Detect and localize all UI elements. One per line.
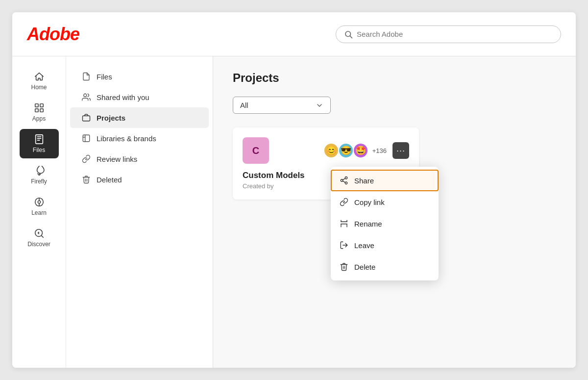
chevron-down-icon	[316, 101, 323, 109]
discover-icon	[34, 228, 45, 239]
card-avatars: 😊 😎 🤩 +136 ···	[323, 142, 409, 159]
sidebar-item-files[interactable]: Files	[20, 129, 59, 158]
svg-rect-6	[35, 135, 43, 144]
svg-line-23	[343, 181, 345, 182]
sidebar-item-discover-label: Discover	[27, 241, 50, 248]
svg-rect-5	[40, 109, 43, 112]
file-icon	[82, 72, 91, 81]
avatar-2: 😎	[338, 143, 354, 158]
svg-rect-4	[35, 109, 38, 112]
context-menu-rename-label: Rename	[354, 220, 382, 228]
avatar-count: +136	[372, 147, 387, 154]
avatar-3: 🤩	[353, 143, 368, 158]
context-menu-rename[interactable]: Rename	[331, 213, 439, 234]
menu-item-projects[interactable]: Projects	[70, 107, 209, 128]
sidebar-item-files-label: Files	[33, 147, 45, 153]
icon-sidebar: Home Apps Files Firefly	[12, 56, 66, 368]
menu-item-libraries-label: Libraries & brands	[97, 134, 156, 143]
menu-item-files[interactable]: Files	[70, 66, 209, 87]
search-bar[interactable]	[336, 25, 561, 43]
leave-icon	[340, 241, 348, 250]
context-menu-delete-label: Delete	[354, 263, 375, 271]
delete-icon	[340, 262, 348, 271]
main-panel: Projects All C 😊	[213, 56, 576, 368]
adobe-logo: Adobe	[27, 24, 79, 45]
copy-link-icon	[340, 198, 348, 206]
svg-line-1	[350, 36, 352, 38]
menu-item-files-label: Files	[97, 73, 112, 81]
svg-line-24	[343, 178, 345, 180]
menu-item-shared[interactable]: Shared with you	[70, 87, 209, 107]
menu-item-shared-label: Shared with you	[97, 93, 149, 101]
filter-value: All	[240, 101, 248, 109]
sidebar-item-firefly-label: Firefly	[31, 178, 47, 185]
shared-icon	[82, 93, 91, 101]
context-menu-delete[interactable]: Delete	[331, 256, 439, 278]
svg-point-15	[84, 94, 87, 97]
more-options-button[interactable]: ···	[392, 142, 409, 159]
sidebar-item-discover[interactable]: Discover	[20, 223, 59, 253]
context-menu-leave[interactable]: Leave	[331, 234, 439, 256]
learn-icon	[34, 197, 45, 207]
project-card: C 😊 😎 🤩 +136 ···	[233, 127, 419, 200]
sidebar-item-learn-label: Learn	[31, 209, 47, 216]
projects-icon	[82, 113, 91, 122]
context-menu-share[interactable]: Share	[331, 170, 439, 191]
app-frame: Adobe Home Apps	[12, 12, 576, 368]
context-menu-share-label: Share	[354, 177, 374, 185]
card-top-row: C 😊 😎 🤩 +136 ···	[243, 137, 409, 164]
context-menu-copy-link[interactable]: Copy link	[331, 191, 439, 213]
svg-point-8	[38, 201, 41, 203]
filter-dropdown[interactable]: All	[233, 97, 331, 114]
menu-item-review[interactable]: Review links	[70, 149, 209, 169]
secondary-sidebar: Files Shared with you Projects	[66, 56, 213, 368]
avatar-1: 😊	[323, 143, 339, 158]
rename-icon	[340, 219, 348, 228]
main-content: Home Apps Files Firefly	[12, 56, 576, 368]
libraries-icon	[82, 134, 91, 143]
search-icon	[344, 30, 353, 39]
svg-rect-17	[83, 135, 90, 142]
review-icon	[82, 154, 91, 163]
svg-rect-16	[83, 116, 90, 121]
menu-item-review-label: Review links	[97, 155, 137, 163]
svg-rect-3	[40, 104, 43, 107]
apps-icon	[34, 102, 45, 113]
sidebar-item-apps[interactable]: Apps	[20, 98, 59, 127]
svg-rect-2	[35, 104, 38, 107]
menu-item-projects-label: Projects	[97, 114, 125, 122]
topbar: Adobe	[12, 12, 576, 56]
search-input[interactable]	[357, 30, 553, 38]
files-icon	[34, 134, 45, 145]
menu-item-libraries[interactable]: Libraries & brands	[70, 128, 209, 149]
sidebar-item-firefly[interactable]: Firefly	[20, 160, 59, 190]
context-menu: Share Copy link Rename	[331, 167, 439, 280]
page-title: Projects	[233, 71, 556, 85]
context-menu-copy-link-label: Copy link	[354, 198, 385, 206]
firefly-icon	[34, 165, 45, 176]
svg-line-12	[41, 236, 43, 238]
trash-icon	[82, 175, 91, 184]
context-menu-leave-label: Leave	[354, 241, 374, 250]
share-icon	[340, 176, 348, 185]
home-icon	[34, 71, 45, 82]
sidebar-item-apps-label: Apps	[32, 115, 46, 122]
sidebar-item-learn[interactable]: Learn	[20, 192, 59, 221]
card-icon: C	[243, 137, 269, 164]
menu-item-deleted[interactable]: Deleted	[70, 169, 209, 190]
menu-item-deleted-label: Deleted	[97, 176, 122, 184]
sidebar-item-home-label: Home	[31, 84, 47, 91]
sidebar-item-home[interactable]: Home	[20, 66, 59, 96]
